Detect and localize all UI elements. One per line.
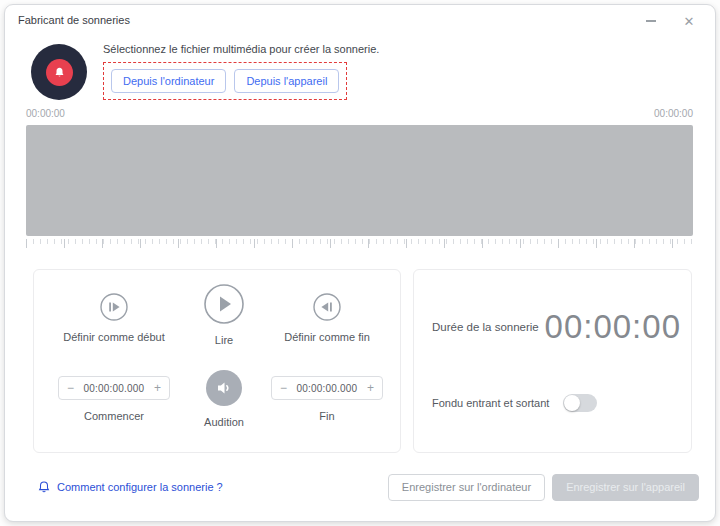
help-link[interactable]: Comment configurer la sonnerie ?	[37, 480, 223, 494]
close-button[interactable]: ✕	[681, 13, 697, 29]
audition-button[interactable]	[206, 370, 242, 406]
end-time-value: 00:00:00.000	[297, 383, 358, 394]
start-plus-button[interactable]: +	[154, 382, 161, 394]
save-to-device-button[interactable]: Enregistrer sur l'appareil	[552, 474, 699, 501]
duration-display: 00:00:00	[545, 308, 681, 346]
window-title: Fabricant de sonneries	[18, 14, 130, 26]
fade-label: Fondu entrant et sortant	[432, 397, 549, 409]
from-computer-button[interactable]: Depuis l'ordinateur	[111, 69, 226, 93]
speaker-icon	[214, 378, 234, 398]
instruction-text: Sélectionnez le fichier multimédia pour …	[103, 43, 379, 55]
summary-panel: Durée de la sonnerie 00:00:00 Fondu entr…	[413, 269, 692, 453]
help-bell-icon	[37, 480, 51, 494]
play-label: Lire	[215, 334, 233, 346]
start-stepper-label: Commencer	[84, 410, 144, 422]
waveform-area[interactable]	[26, 125, 693, 236]
from-device-button[interactable]: Depuis l'appareil	[234, 69, 339, 93]
fade-toggle-knob	[564, 395, 580, 411]
minimize-icon	[646, 20, 656, 22]
bell-glyph-icon	[52, 65, 67, 80]
end-minus-button[interactable]: −	[280, 382, 287, 394]
source-buttons-highlight: Depuis l'ordinateur Depuis l'appareil	[103, 62, 347, 100]
panels-row: Définir comme début Lire	[33, 269, 692, 453]
end-time-stepper[interactable]: − 00:00:00.000 +	[271, 376, 383, 400]
timeline-labels: 00:00:00 00:00:00	[26, 108, 693, 119]
play-icon	[204, 284, 244, 324]
close-icon: ✕	[684, 15, 695, 28]
bell-badge-icon	[46, 59, 73, 86]
set-end-icon	[313, 293, 341, 321]
header: Sélectionnez le fichier multimédia pour …	[31, 41, 379, 100]
start-minus-button[interactable]: −	[67, 382, 74, 394]
audition-label: Audition	[204, 416, 244, 428]
trim-panel: Définir comme début Lire	[33, 269, 401, 453]
time-ruler	[26, 239, 693, 249]
play-button[interactable]	[204, 284, 244, 324]
ringtone-logo-icon	[31, 44, 87, 100]
footer: Comment configurer la sonnerie ? Enregis…	[37, 472, 699, 502]
set-start-label: Définir comme début	[63, 331, 165, 343]
window-controls: ✕	[643, 13, 697, 29]
help-link-text: Comment configurer la sonnerie ?	[57, 481, 223, 493]
set-start-button[interactable]	[100, 293, 128, 321]
start-time-value: 00:00:00.000	[84, 383, 145, 394]
set-end-button[interactable]	[313, 293, 341, 321]
set-start-icon	[100, 293, 128, 321]
set-end-label: Définir comme fin	[284, 331, 370, 343]
save-to-computer-button[interactable]: Enregistrer sur l'ordinateur	[388, 474, 545, 501]
timeline-start-label: 00:00:00	[26, 108, 65, 119]
fade-toggle[interactable]	[563, 394, 597, 412]
end-stepper-label: Fin	[319, 410, 334, 422]
ringtone-maker-window: Fabricant de sonneries ✕ Sélectionnez le…	[4, 4, 716, 522]
timeline-end-label: 00:00:00	[654, 108, 693, 119]
end-plus-button[interactable]: +	[367, 382, 374, 394]
start-time-stepper[interactable]: − 00:00:00.000 +	[58, 376, 170, 400]
minimize-button[interactable]	[643, 13, 659, 29]
duration-label: Durée de la sonnerie	[432, 321, 539, 333]
